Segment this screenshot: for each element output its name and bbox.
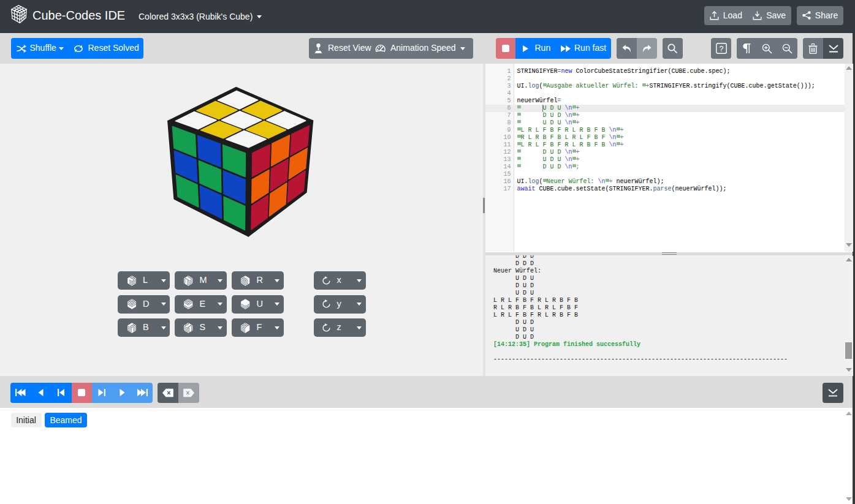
svg-text:?: ? bbox=[719, 45, 723, 53]
